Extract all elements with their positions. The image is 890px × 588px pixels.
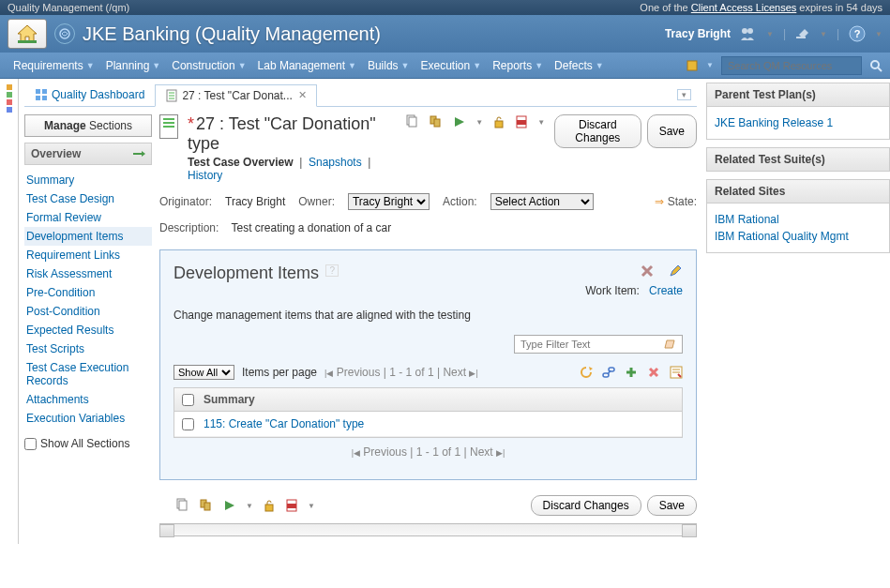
sidebar-item-risk-assessment[interactable]: Risk Assessment	[24, 264, 152, 283]
manage-sections-button[interactable]: Manage Sections	[24, 114, 152, 137]
duplicate-icon[interactable]	[429, 114, 444, 129]
svg-rect-1	[18, 40, 37, 43]
sidebar-item-post-condition[interactable]: Post-Condition	[24, 302, 152, 321]
discard-button[interactable]: Discard Changes	[554, 114, 641, 148]
menu-requirements[interactable]: Requirements▼	[8, 59, 100, 72]
chevron-down-icon[interactable]: ▼	[820, 30, 827, 38]
chevron-down-icon[interactable]: ▼	[875, 30, 882, 38]
duplicate-icon[interactable]	[199, 498, 214, 513]
svg-rect-11	[36, 89, 40, 94]
delete-icon[interactable]	[640, 264, 655, 279]
save-button[interactable]: Save	[647, 114, 697, 148]
collapse-icon[interactable]	[132, 149, 145, 158]
site-link[interactable]: IBM Rational	[715, 211, 882, 228]
related-sites-header: Related Sites	[706, 179, 890, 204]
prev-link[interactable]: Previous	[363, 445, 407, 459]
edit-icon[interactable]	[795, 27, 810, 40]
eraser-icon[interactable]	[663, 339, 676, 350]
search-icon[interactable]	[869, 59, 882, 72]
sidebar-item-attachments[interactable]: Attachments	[24, 390, 152, 409]
sidebar-item-requirement-links[interactable]: Requirement Links	[24, 246, 152, 264]
owner-select[interactable]: Tracy Bright	[348, 193, 430, 210]
menu-planning[interactable]: Planning▼	[100, 59, 167, 72]
add-icon[interactable]	[625, 366, 638, 379]
menu-execution[interactable]: Execution▼	[415, 59, 488, 72]
filter-input[interactable]	[520, 339, 663, 350]
help-icon[interactable]: ?	[849, 25, 866, 42]
sidebar-item-test-case-execution-records[interactable]: Test Case Execution Records	[24, 358, 152, 390]
horizontal-scrollbar[interactable]	[159, 523, 697, 536]
select-all-checkbox[interactable]	[182, 394, 194, 406]
sidebar-item-development-items[interactable]: Development Items	[24, 227, 152, 246]
svg-marker-47	[225, 501, 234, 510]
snapshots-link[interactable]: Snapshots	[309, 156, 362, 169]
view-switcher[interactable]	[0, 79, 19, 544]
workitem-link[interactable]: 115: Create "Car Donation" type	[204, 417, 364, 430]
license-link[interactable]: Client Access Licenses	[691, 2, 797, 13]
chevron-down-icon[interactable]: ▼	[706, 61, 714, 69]
current-user: Tracy Bright	[665, 27, 731, 40]
svg-text:?: ?	[854, 28, 861, 39]
refresh-icon[interactable]	[580, 366, 593, 379]
menu-lab-management[interactable]: Lab Management▼	[252, 59, 362, 72]
site-link[interactable]: IBM Rational Quality Mgmt	[715, 228, 882, 245]
link-icon[interactable]	[602, 366, 615, 379]
row-checkbox[interactable]	[182, 418, 194, 430]
menu-construction[interactable]: Construction▼	[166, 59, 251, 72]
run-icon[interactable]	[223, 499, 236, 512]
col-summary: Summary	[204, 393, 255, 406]
history-link[interactable]: History	[188, 169, 222, 182]
related-suites-header: Related Test Suite(s)	[706, 147, 890, 172]
svg-rect-50	[287, 504, 296, 508]
sidebar-item-expected-results[interactable]: Expected Results	[24, 321, 152, 339]
sidebar-item-summary[interactable]: Summary	[24, 171, 152, 189]
items-per-page-select[interactable]: Show All	[173, 365, 234, 380]
edit-icon[interactable]	[668, 264, 683, 279]
users-icon[interactable]	[740, 27, 757, 40]
menu-reports[interactable]: Reports▼	[487, 59, 549, 72]
next-link[interactable]: Next	[443, 366, 466, 379]
home-button[interactable]	[8, 19, 47, 49]
show-all-checkbox[interactable]	[24, 438, 37, 450]
unlock-icon[interactable]	[263, 499, 276, 512]
copy-icon[interactable]	[174, 498, 189, 513]
properties-icon[interactable]	[670, 366, 683, 379]
items-table: Summary 115: Create "Car Donation" type	[173, 387, 683, 438]
pdf-icon[interactable]	[285, 499, 298, 512]
unlock-icon[interactable]	[492, 115, 505, 128]
svg-rect-46	[204, 503, 210, 510]
remove-icon[interactable]	[647, 366, 660, 379]
run-icon[interactable]	[453, 115, 466, 128]
sidebar-item-test-scripts[interactable]: Test Scripts	[24, 339, 152, 358]
next-link[interactable]: Next	[470, 445, 493, 459]
tab-testcase-27[interactable]: 27 : Test "Car Donat... ✕	[155, 84, 316, 107]
svg-point-9	[871, 61, 879, 68]
sidebar-item-execution-variables[interactable]: Execution Variables	[24, 409, 152, 428]
sidebar-item-test-case-design[interactable]: Test Case Design	[24, 189, 152, 208]
help-icon[interactable]: ?	[325, 264, 339, 277]
create-link[interactable]: Create	[649, 284, 683, 297]
menu-builds[interactable]: Builds▼	[362, 59, 415, 72]
action-select[interactable]: Select Action	[490, 193, 594, 210]
top-banner: Quality Management (/qm) One of the Clie…	[0, 0, 890, 15]
editor-tabs: Quality Dashboard 27 : Test "Car Donat..…	[24, 83, 697, 107]
svg-rect-12	[42, 89, 47, 94]
save-button[interactable]: Save	[647, 495, 697, 516]
copy-icon[interactable]	[404, 114, 419, 129]
menu-defects[interactable]: Defects▼	[549, 59, 610, 72]
chevron-down-icon[interactable]: ▼	[766, 30, 774, 38]
discard-button[interactable]: Discard Changes	[531, 495, 641, 516]
tabs-overflow[interactable]: ▾	[677, 89, 691, 100]
sidebar-item-pre-condition[interactable]: Pre-Condition	[24, 283, 152, 302]
app-title: JKE Banking (Quality Management)	[83, 23, 665, 45]
search-input[interactable]	[721, 56, 862, 75]
page-title: *27 : Test "Car Donation" type	[188, 114, 380, 154]
pdf-icon[interactable]	[515, 115, 528, 128]
tab-dashboard[interactable]: Quality Dashboard	[24, 83, 155, 106]
prev-link[interactable]: Previous	[337, 366, 381, 379]
bookmark-icon[interactable]	[686, 59, 699, 72]
close-icon[interactable]: ✕	[298, 89, 307, 101]
state-arrow-icon: ⇒	[655, 195, 664, 208]
parent-plan-link[interactable]: JKE Banking Release 1	[715, 114, 882, 131]
sidebar-item-formal-review[interactable]: Formal Review	[24, 208, 152, 227]
